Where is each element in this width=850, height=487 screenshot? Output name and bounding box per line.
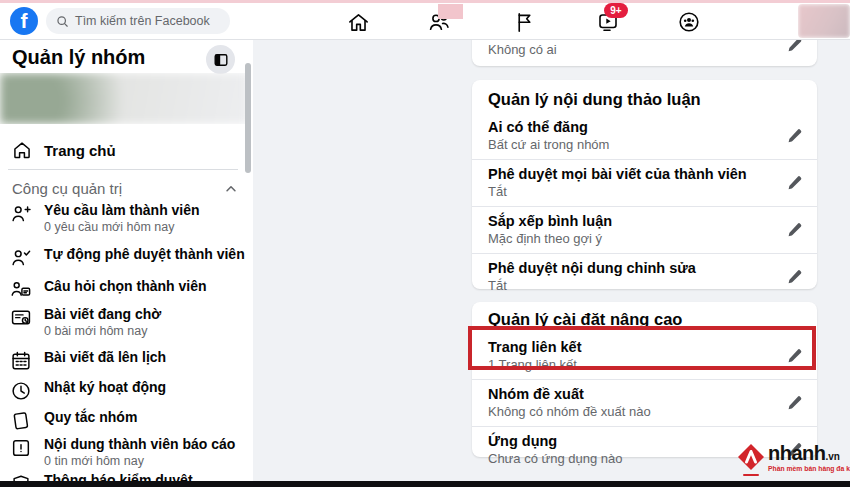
setting-label: Phê duyệt nội dung chỉnh sửa (488, 259, 769, 277)
search-placeholder: Tìm kiếm trên Facebook (75, 14, 210, 28)
chevron-up-icon (224, 182, 238, 196)
search-icon (56, 15, 69, 28)
nhanh-watermark: nhanh.vn Phần mềm bán hàng đa kênh (737, 443, 850, 472)
item-sub: 0 bài mới hôm nay (44, 323, 161, 339)
calendar-icon (10, 350, 32, 372)
setting-row-approve-posts[interactable]: Phê duyệt mọi bài viết của thành viên Tắ… (472, 159, 817, 206)
bottom-black-bar (0, 481, 850, 487)
setting-value: Chưa có ứng dụng nào (488, 450, 769, 467)
item-label: Nhật ký hoạt động (44, 379, 166, 395)
item-label: Tự động phê duyệt thành viên (44, 246, 245, 262)
watermark-tld: .vn (826, 451, 840, 462)
edit-pencil-icon[interactable] (785, 174, 803, 192)
person-question-icon (10, 279, 32, 301)
item-label: Nội dung thành viên báo cáo (44, 436, 235, 452)
collapse-sidebar-button[interactable] (206, 45, 235, 74)
sidebar-item-reported-content[interactable]: Nội dung thành viên báo cáo0 tin mới hôm… (0, 436, 249, 469)
setting-value: Không có ai (488, 41, 769, 58)
nav-home-tab[interactable] (345, 9, 371, 35)
setting-label: Sắp xếp bình luận (488, 212, 769, 230)
sidebar-scrollbar[interactable] (245, 63, 251, 173)
item-label: Bài viết đang chờ (44, 306, 161, 322)
setting-label: Nhóm đề xuất (488, 385, 769, 403)
discussion-settings-card: Quản lý nội dung thảo luận Ai có thể đăn… (472, 80, 817, 289)
admin-tools-label: Công cụ quản trị (12, 180, 122, 197)
sidebar-item-auto-approve[interactable]: Tự động phê duyệt thành viên (0, 246, 249, 269)
sidebar-item-activity-log[interactable]: Nhật ký hoạt động (0, 379, 249, 402)
sidebar-home-label: Trang chủ (44, 142, 116, 159)
sidebar-title: Quản lý nhóm (12, 46, 145, 69)
setting-value: Tắt (488, 277, 769, 294)
sidebar-toggle-icon (213, 52, 229, 68)
groups-icon (677, 10, 701, 34)
item-label: Câu hỏi chọn thành viên (44, 278, 207, 294)
setting-row-recommended-groups[interactable]: Nhóm đề xuất Không có nhóm đề xuất nào (472, 379, 817, 426)
setting-value: Tắt (488, 183, 769, 200)
setting-row-sort-comments[interactable]: Sắp xếp bình luận Mặc định theo gợi ý (472, 206, 817, 253)
sidebar-item-membership-questions[interactable]: Câu hỏi chọn thành viên (0, 278, 249, 301)
edit-pencil-icon[interactable] (785, 394, 803, 412)
group-cover-redacted[interactable] (0, 73, 249, 124)
watermark-tagline: Phần mềm bán hàng đa kênh (768, 465, 850, 472)
home-icon (347, 11, 370, 34)
facebook-logo[interactable]: f (10, 7, 38, 35)
setting-label: Ứng dụng (488, 432, 769, 450)
profile-redaction[interactable] (798, 4, 850, 38)
edit-pencil-icon[interactable] (785, 221, 803, 239)
person-add-icon (10, 203, 32, 225)
setting-value: Không có nhóm đề xuất nào (488, 403, 769, 420)
redaction-box (438, 4, 463, 19)
item-label: Yêu cầu làm thành viên (44, 202, 200, 218)
setting-label: Ai có thể đăng (488, 118, 769, 136)
person-check-icon (10, 247, 32, 269)
top-pink-strip (0, 0, 850, 3)
watermark-underline (743, 474, 759, 476)
item-sub: 0 yêu cầu mới hôm nay (44, 219, 200, 235)
admin-tools-section-header[interactable]: Công cụ quản trị (12, 180, 238, 197)
item-label: Quy tắc nhóm (44, 409, 137, 425)
clock-icon (10, 380, 32, 402)
highlight-annotation-box (468, 326, 816, 370)
rules-icon (10, 410, 32, 432)
item-label: Bài viết đã lên lịch (44, 349, 166, 365)
home-icon (12, 140, 32, 160)
sidebar-item-home[interactable]: Trang chủ (0, 132, 249, 168)
setting-row-who-can-post[interactable]: Ai có thể đăng Bất cứ ai trong nhóm (472, 113, 817, 159)
report-icon (10, 437, 32, 459)
search-input[interactable]: Tìm kiếm trên Facebook (46, 8, 230, 34)
watch-badge: 9+ (604, 3, 628, 18)
nhanh-logo-icon (737, 443, 765, 471)
sidebar-item-group-rules[interactable]: Quy tắc nhóm (0, 409, 249, 432)
edit-pencil-icon[interactable] (785, 268, 803, 286)
card-title: Quản lý nội dung thảo luận (472, 80, 817, 113)
sidebar-item-member-requests[interactable]: Yêu cầu làm thành viên0 yêu cầu mới hôm … (0, 202, 249, 235)
nav-pages-tab[interactable] (511, 9, 537, 35)
pending-post-icon (10, 307, 32, 329)
facebook-group-admin-screen: f Tìm kiếm trên Facebook (0, 0, 850, 487)
group-admin-sidebar: Quản lý nhóm Trang chủ Công cụ quản trị (0, 40, 253, 487)
facebook-header: f Tìm kiếm trên Facebook (0, 2, 850, 40)
setting-label: Phê duyệt mọi bài viết của thành viên (488, 165, 769, 183)
edit-pencil-icon[interactable] (785, 127, 803, 145)
sidebar-item-pending-posts[interactable]: Bài viết đang chờ0 bài mới hôm nay (0, 306, 249, 339)
setting-row-approve-edits[interactable]: Phê duyệt nội dung chỉnh sửa Tắt (472, 253, 817, 300)
pages-flag-icon (513, 11, 536, 34)
item-sub: 0 tin mới hôm nay (44, 453, 235, 469)
setting-value: Mặc định theo gợi ý (488, 230, 769, 247)
nav-groups-tab[interactable] (676, 9, 702, 35)
setting-value: Bất cứ ai trong nhóm (488, 136, 769, 153)
watermark-brand: nhanh (768, 442, 826, 464)
sidebar-item-scheduled-posts[interactable]: Bài viết đã lên lịch (0, 349, 249, 372)
divider (8, 169, 238, 170)
